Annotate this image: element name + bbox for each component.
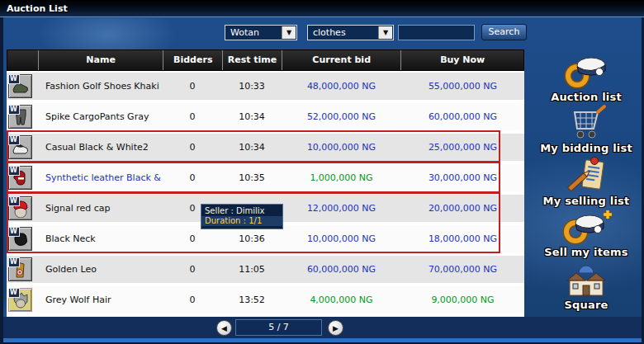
table-row[interactable]: W Spike CargoPants Gray 0 10:34 52,000,0… [7, 103, 524, 130]
w-badge: W [8, 105, 20, 115]
sidebar-item-label: Sell my items [533, 246, 640, 258]
sidebar-item-label: My selling list [533, 195, 640, 207]
item-bidders: 0 [163, 103, 222, 130]
header-current-bid: Current bid [282, 50, 401, 70]
item-rest-time: 10:34 [222, 103, 282, 130]
tooltip-duration: Duration : 1/1 [201, 216, 282, 226]
region-dropdown[interactable]: Wotan ▼ [225, 25, 297, 40]
seller-tooltip: Seller : Dimilix Duration : 1/1 [201, 204, 283, 229]
item-buy-now: 30,000,000 NG [401, 164, 524, 191]
chevron-down-icon[interactable]: ▼ [378, 26, 392, 39]
window-title: Auction List [0, 0, 644, 14]
clipboard-pencil-icon [533, 157, 640, 195]
item-bidders: 0 [163, 134, 222, 161]
item-name: Golden Leo [37, 256, 163, 283]
header-name: Name [38, 50, 163, 70]
item-rest-time: 13:52 [222, 286, 282, 313]
next-page-button[interactable]: ▶ [328, 320, 343, 336]
item-buy-now: 55,000,000 NG [401, 73, 524, 100]
shopping-cart-icon [533, 104, 640, 142]
sidebar-item-label: My bidding list [533, 142, 640, 154]
item-bidders: 0 [163, 164, 222, 191]
item-name: Black Neck [37, 225, 163, 252]
w-badge: W [8, 196, 20, 206]
title-bar: Auction List [0, 0, 644, 17]
table-row[interactable]: W Golden Leo 0 11:05 60,000,000 NG 70,00… [7, 256, 524, 283]
tooltip-seller: Seller : Dimilix [201, 205, 282, 216]
table-row[interactable]: W Casual Black & White2 0 10:34 10,000,0… [7, 134, 524, 161]
item-current-bid: 12,000,000 NG [282, 195, 401, 222]
bottom-bar [3, 317, 642, 338]
prev-page-button[interactable]: ◀ [216, 320, 232, 336]
category-dropdown[interactable]: clothes ▼ [307, 25, 394, 40]
category-dropdown-value: clothes [313, 27, 346, 38]
table-row[interactable]: W Synthetic leather Black & Red 0 10:35 … [7, 164, 524, 191]
item-name: Casual Black & White2 [37, 134, 163, 161]
sidebar-item-label: Auction list [533, 91, 640, 103]
sidebar-item-auction-list[interactable]: Auction list [533, 53, 640, 103]
item-bidders: 0 [163, 286, 222, 313]
item-icon-golden-item: W [8, 257, 32, 281]
item-icon-red-cap: W [8, 196, 32, 220]
header-bidders: Bidders [163, 50, 222, 70]
item-current-bid: 10,000,000 NG [282, 225, 401, 252]
header-icon-col [7, 50, 38, 70]
w-badge: W [8, 288, 20, 298]
w-badge: W [8, 166, 20, 176]
search-button[interactable]: Search [481, 24, 527, 40]
item-current-bid: 1,000,000 NG [282, 164, 401, 191]
auction-window: Auction List Wotan ▼ clothes ▼ Search Na… [0, 0, 644, 344]
item-name: Signal red cap [37, 195, 163, 222]
item-name: Spike CargoPants Gray [37, 103, 163, 130]
item-rest-time: 10:34 [222, 134, 282, 161]
item-icon-khaki-shoe: W [8, 74, 32, 98]
table-row[interactable]: W Fashion Golf Shoes Khaki 0 10:33 48,00… [7, 73, 524, 100]
header-rest-time: Rest time [222, 50, 282, 70]
w-badge: W [8, 74, 20, 84]
sell-items-icon [533, 208, 640, 246]
sidebar-item-sell-my-items[interactable]: Sell my items [533, 208, 640, 258]
search-input[interactable] [398, 25, 475, 40]
table-row[interactable]: W Grey Wolf Hair 0 13:52 4,000,000 NG 9,… [7, 286, 524, 313]
table-header: Name Bidders Rest time Current bid Buy N… [7, 49, 524, 71]
item-name: Fashion Golf Shoes Khaki [37, 73, 163, 100]
sidebar-item-my-bidding-list[interactable]: My bidding list [533, 104, 640, 154]
item-rest-time: 11:05 [222, 256, 282, 283]
item-buy-now: 60,000,000 NG [401, 103, 524, 130]
item-name: Synthetic leather Black & Red [37, 164, 163, 191]
item-rest-time: 10:33 [222, 73, 282, 100]
square-building-icon [533, 261, 640, 299]
next-arrow-icon: ▶ [333, 324, 339, 332]
header-buy-now: Buy Now [400, 50, 523, 70]
sidebar-item-square[interactable]: Square [533, 261, 640, 311]
page-indicator: 5 / 7 [235, 319, 322, 336]
w-badge: W [8, 135, 20, 145]
item-name: Grey Wolf Hair [37, 286, 163, 313]
item-rest-time: 10:35 [222, 164, 282, 191]
item-bidders: 0 [163, 256, 222, 283]
item-bidders: 0 [163, 73, 222, 100]
item-icon-red-glove: W [8, 166, 32, 190]
item-icon-black-scarf: W [8, 227, 32, 251]
item-current-bid: 48,000,000 NG [282, 73, 401, 100]
item-current-bid: 4,000,000 NG [282, 286, 401, 313]
sidebar-item-label: Square [533, 299, 640, 311]
item-buy-now: 20,000,000 NG [401, 195, 524, 222]
chevron-down-icon[interactable]: ▼ [282, 26, 296, 39]
item-current-bid: 52,000,000 NG [282, 103, 401, 130]
item-icon-gray-pants: W [8, 105, 32, 129]
item-icon-grey-hair: W [8, 288, 32, 312]
prev-arrow-icon: ◀ [221, 324, 227, 332]
auction-list-icon [533, 53, 640, 91]
item-current-bid: 10,000,000 NG [282, 134, 401, 161]
item-current-bid: 60,000,000 NG [282, 256, 401, 283]
w-badge: W [8, 257, 20, 267]
sidebar-item-my-selling-list[interactable]: My selling list [533, 157, 640, 207]
item-buy-now: 18,000,000 NG [401, 225, 524, 252]
w-badge: W [8, 227, 20, 237]
window-left-edge [0, 17, 3, 344]
item-buy-now: 25,000,000 NG [401, 134, 524, 161]
region-dropdown-value: Wotan [230, 27, 259, 38]
item-buy-now: 9,000,000 NG [401, 286, 524, 313]
item-icon-white-shoe: W [8, 135, 32, 159]
